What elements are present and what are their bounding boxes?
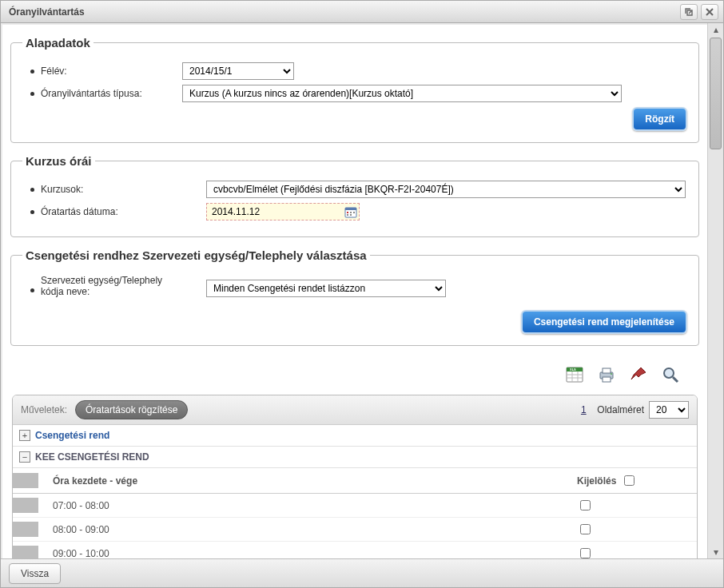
section-hours-legend: Kurzus órái	[22, 154, 95, 168]
col-select-header: Kijelölés	[577, 475, 616, 487]
cell-time: 08:00 - 09:00	[53, 524, 577, 535]
section-bell: Csengetési rendhez Szervezeti egység/Tel…	[10, 248, 699, 346]
section-bell-legend: Csengetési rendhez Szervezeti egység/Tel…	[22, 248, 370, 262]
svg-rect-3	[350, 212, 352, 213]
date-input[interactable]	[209, 205, 344, 219]
titlebar: Óranyilvántartás	[1, 1, 723, 23]
window-title: Óranyilvántartás	[6, 6, 677, 18]
svg-text:XLS: XLS	[570, 368, 576, 371]
group-row-2[interactable]: − KEE CSENGETÉSI REND	[13, 447, 697, 468]
dialog-window: Óranyilvántartás Alapadatok Félév: 2014/…	[0, 0, 724, 588]
svg-rect-16	[603, 377, 611, 382]
show-bell-button[interactable]: Csengetési rend megjelenítése	[521, 310, 687, 334]
scroll-thumb[interactable]	[710, 38, 722, 149]
row-checkbox[interactable]	[580, 548, 591, 558]
section-hours: Kurzus órái Kurzusok: cvbcvb/Elmélet (Fe…	[10, 154, 699, 237]
type-label: Óranyilvántartás típusa:	[41, 88, 142, 99]
search-icon[interactable]	[661, 365, 680, 387]
restore-icon[interactable]	[680, 4, 698, 20]
svg-rect-1	[345, 208, 356, 210]
semester-select[interactable]: 2014/15/1	[182, 62, 294, 80]
page-number[interactable]: 1	[576, 404, 591, 415]
cell-time: 07:00 - 08:00	[53, 500, 577, 511]
content-area: Alapadatok Félév: 2014/15/1 Óranyilvánta…	[2, 25, 707, 558]
semester-label: Félév:	[41, 66, 67, 77]
table-header: Óra kezdete - vége Kijelölés	[13, 468, 697, 494]
collapse-icon[interactable]: −	[19, 451, 30, 463]
svg-line-19	[673, 377, 678, 382]
type-select[interactable]: Kurzus (A kurzus nincs az órarenden)[Kur…	[182, 85, 622, 102]
svg-rect-4	[353, 212, 355, 213]
courses-select[interactable]: cvbcvb/Elmélet (Fejlődési diszfázia [BKQ…	[206, 181, 686, 198]
org-label: Szervezeti egység/Telephely kódja neve:	[41, 275, 185, 297]
col-time-header: Óra kezdete - vége	[53, 475, 577, 487]
pagesize-select[interactable]: 20	[649, 401, 689, 419]
record-hours-button[interactable]: Óratartások rögzítése	[75, 400, 188, 419]
back-button[interactable]: Vissza	[9, 563, 61, 584]
print-icon[interactable]	[597, 365, 616, 387]
svg-rect-2	[347, 212, 348, 213]
section-basic-legend: Alapadatok	[22, 36, 93, 50]
footer-bar: Vissza	[1, 558, 723, 587]
operations-label: Műveletek:	[21, 404, 67, 415]
section-basic: Alapadatok Félév: 2014/15/1 Óranyilvánta…	[10, 36, 699, 143]
svg-point-18	[664, 368, 674, 378]
export-toolbar: XLS	[10, 357, 699, 395]
pin-icon[interactable]	[629, 365, 648, 387]
scrollbar[interactable]: ▴ ▾	[707, 23, 723, 558]
scroll-down-icon[interactable]: ▾	[708, 546, 723, 558]
date-label: Óratartás dátuma:	[41, 206, 118, 217]
select-all-checkbox[interactable]	[624, 475, 634, 486]
calendar-icon[interactable]	[344, 205, 357, 218]
save-button[interactable]: Rögzít	[632, 107, 687, 131]
close-icon[interactable]	[701, 4, 718, 20]
svg-point-17	[611, 373, 612, 375]
expand-icon[interactable]: +	[19, 430, 30, 441]
table-row: 09:00 - 10:00	[13, 542, 697, 558]
org-select[interactable]: Minden Csengetési rendet listázzon	[206, 280, 446, 297]
row-checkbox[interactable]	[580, 500, 591, 511]
courses-label: Kurzusok:	[41, 184, 83, 195]
excel-icon[interactable]: XLS	[565, 365, 584, 387]
grid-panel: Műveletek: Óratartások rögzítése 1 Oldal…	[12, 395, 698, 558]
table-row: 07:00 - 08:00	[13, 494, 697, 518]
cell-time: 09:00 - 10:00	[53, 548, 577, 559]
svg-rect-5	[347, 214, 348, 216]
svg-rect-6	[350, 214, 352, 216]
scroll-up-icon[interactable]: ▴	[708, 23, 723, 36]
table-row: 08:00 - 09:00	[13, 518, 697, 542]
pagesize-label: Oldalméret	[597, 404, 644, 415]
group-row-1[interactable]: + Csengetési rend	[13, 425, 697, 447]
svg-rect-15	[603, 368, 611, 373]
row-checkbox[interactable]	[580, 524, 591, 534]
